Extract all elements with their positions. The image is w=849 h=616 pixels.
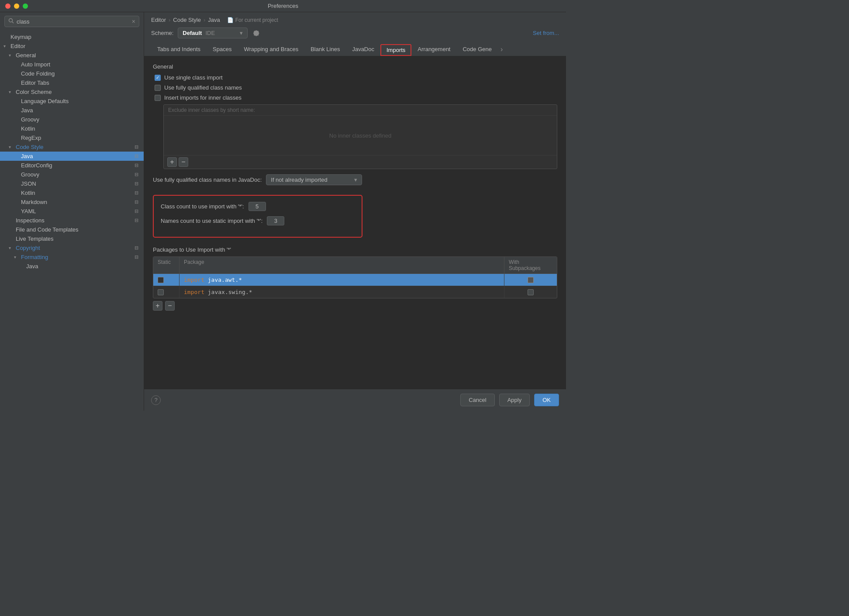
packages-remove-button[interactable]: − <box>165 301 175 311</box>
cell-static-1[interactable] <box>153 274 179 286</box>
sidebar-item-language-defaults[interactable]: Language Defaults <box>0 97 144 106</box>
chevron-icon: ▾ <box>9 246 14 250</box>
packages-add-button[interactable]: + <box>153 301 162 311</box>
javadoc-label: Use fully qualified class names in JavaD… <box>153 176 262 183</box>
packages-table: Static Package With Subpackages import j… <box>153 256 557 298</box>
names-count-label: Names count to use static import with '*… <box>161 218 262 224</box>
tab-code-gen[interactable]: Code Gene <box>456 43 498 56</box>
static-checkbox-2[interactable] <box>158 289 164 295</box>
close-button[interactable] <box>5 3 10 9</box>
sidebar-item-auto-import[interactable]: Auto Import <box>0 60 144 69</box>
sidebar-item-yaml-cs[interactable]: YAML ⊟ <box>0 207 144 216</box>
ok-button[interactable]: OK <box>534 394 559 406</box>
checkbox-inner-row: Insert imports for inner classes <box>153 94 557 101</box>
inner-add-button[interactable]: + <box>167 157 177 167</box>
cell-withsub-1[interactable] <box>504 274 557 286</box>
table-row[interactable]: import javax.swing.* <box>153 286 557 298</box>
maximize-button[interactable] <box>23 3 28 9</box>
copy-icon: ⊟ <box>135 199 138 205</box>
sidebar-item-copyright[interactable]: ▾ Copyright ⊟ <box>0 243 144 253</box>
names-count-input[interactable] <box>267 216 284 225</box>
sidebar-item-editor[interactable]: ▾ Editor <box>0 42 144 51</box>
class-count-input[interactable] <box>248 202 266 211</box>
col-header-static: Static <box>153 257 179 273</box>
sidebar-item-kotlin-cs[interactable]: Kotlin ⊟ <box>0 188 144 197</box>
sidebar-item-groovy-color[interactable]: Groovy <box>0 115 144 124</box>
apply-button[interactable]: Apply <box>499 394 530 406</box>
tab-more-button[interactable]: › <box>498 43 505 56</box>
checkbox-inner[interactable] <box>155 95 161 101</box>
chevron-icon: ▾ <box>9 145 14 149</box>
sidebar-item-kotlin-color[interactable]: Kotlin <box>0 124 144 133</box>
javadoc-row: Use fully qualified class names in JavaD… <box>153 174 557 185</box>
copy-icon: ⊟ <box>135 208 138 214</box>
scheme-ide: IDE <box>205 30 215 36</box>
sidebar-item-formatting[interactable]: ▾ Formatting ⊟ <box>0 253 144 262</box>
class-count-row: Class count to use import with '*': <box>161 202 355 211</box>
titlebar: Preferences <box>0 0 566 12</box>
static-checkbox-1[interactable] <box>158 277 164 283</box>
bottom-bar: ? Cancel Apply OK <box>144 389 566 411</box>
sidebar: × Keymap ▾ Editor ▾ General Auto Import <box>0 12 144 411</box>
sidebar-item-json-cs[interactable]: JSON ⊟ <box>0 179 144 188</box>
tab-tabs-indents[interactable]: Tabs and Indents <box>151 43 207 56</box>
help-button[interactable]: ? <box>151 395 161 405</box>
chevron-down-icon: ▾ <box>240 30 243 36</box>
packages-table-header: Static Package With Subpackages <box>153 257 557 274</box>
package-name-1: java.awt.* <box>208 277 242 283</box>
search-box[interactable]: × <box>4 16 139 27</box>
withsub-checkbox-2[interactable] <box>528 289 534 295</box>
content-body: General Use single class import Use full… <box>144 56 566 389</box>
copy-icon: ⊟ <box>135 172 138 177</box>
cancel-button[interactable]: Cancel <box>460 394 494 406</box>
tab-arrangement[interactable]: Arrangement <box>411 43 456 56</box>
withsub-checkbox-1[interactable] <box>528 277 534 283</box>
search-input[interactable] <box>17 18 129 25</box>
sidebar-item-markdown-cs[interactable]: Markdown ⊟ <box>0 197 144 207</box>
inner-remove-button[interactable]: − <box>179 157 188 167</box>
qualified-label: Use fully qualified class names <box>164 84 242 91</box>
copy-icon: ⊟ <box>135 163 138 168</box>
sidebar-item-general[interactable]: ▾ General <box>0 51 144 60</box>
clear-search-button[interactable]: × <box>132 18 135 24</box>
sidebar-item-groovy-cs[interactable]: Groovy ⊟ <box>0 170 144 179</box>
sidebar-item-java-color[interactable]: Java <box>0 106 144 115</box>
scheme-dropdown[interactable]: Default IDE ▾ <box>178 28 248 38</box>
tab-imports[interactable]: Imports <box>380 44 411 56</box>
tab-spaces[interactable]: Spaces <box>207 43 238 56</box>
tab-blank-lines[interactable]: Blank Lines <box>304 43 346 56</box>
tab-javadoc[interactable]: JavaDoc <box>346 43 380 56</box>
tab-wrapping-braces[interactable]: Wrapping and Braces <box>238 43 304 56</box>
inner-classes-header: Exclude inner classes by short name: <box>164 105 557 116</box>
breadcrumb-sep1: › <box>169 17 170 23</box>
sidebar-item-file-code-templates[interactable]: File and Code Templates <box>0 225 144 234</box>
table-row[interactable]: import java.awt.* <box>153 274 557 286</box>
sidebar-item-java-cs[interactable]: Java ⊟ <box>0 152 144 161</box>
cell-withsub-2[interactable] <box>504 286 557 298</box>
sidebar-item-keymap[interactable]: Keymap <box>0 32 144 42</box>
sidebar-item-code-folding[interactable]: Code Folding <box>0 69 144 78</box>
minimize-button[interactable] <box>14 3 19 9</box>
inner-classes-buttons: + − <box>164 155 557 169</box>
gear-icon[interactable] <box>252 28 262 38</box>
sidebar-item-regexp[interactable]: RegExp <box>0 133 144 142</box>
sidebar-tree: Keymap ▾ Editor ▾ General Auto Import Co… <box>0 31 144 411</box>
sidebar-item-editor-tabs[interactable]: Editor Tabs <box>0 78 144 87</box>
sidebar-item-java-fmt[interactable]: Java <box>0 262 144 271</box>
chevron-icon: ▾ <box>9 53 14 58</box>
sidebar-item-code-style[interactable]: ▾ Code Style ⊟ <box>0 142 144 152</box>
sidebar-item-inspections[interactable]: Inspections ⊟ <box>0 216 144 225</box>
highlighted-counts-box: Class count to use import with '*': Name… <box>153 195 362 238</box>
javadoc-dropdown[interactable]: If not already imported ▾ <box>266 174 362 185</box>
sidebar-item-editorconfig[interactable]: EditorConfig ⊟ <box>0 161 144 170</box>
checkbox-qualified[interactable] <box>155 85 161 91</box>
chevron-icon: ▾ <box>3 44 9 48</box>
checkbox-single-class-row: Use single class import <box>153 74 557 81</box>
sidebar-item-live-templates[interactable]: Live Templates <box>0 234 144 243</box>
cell-static-2[interactable] <box>153 286 179 298</box>
sidebar-item-color-scheme[interactable]: ▾ Color Scheme <box>0 87 144 97</box>
chevron-icon: ▾ <box>9 90 14 94</box>
checkbox-single-class[interactable] <box>155 75 161 81</box>
set-from-link[interactable]: Set from... <box>533 30 559 36</box>
content-header: Editor › Code Style › Java 📄For current … <box>144 12 566 56</box>
